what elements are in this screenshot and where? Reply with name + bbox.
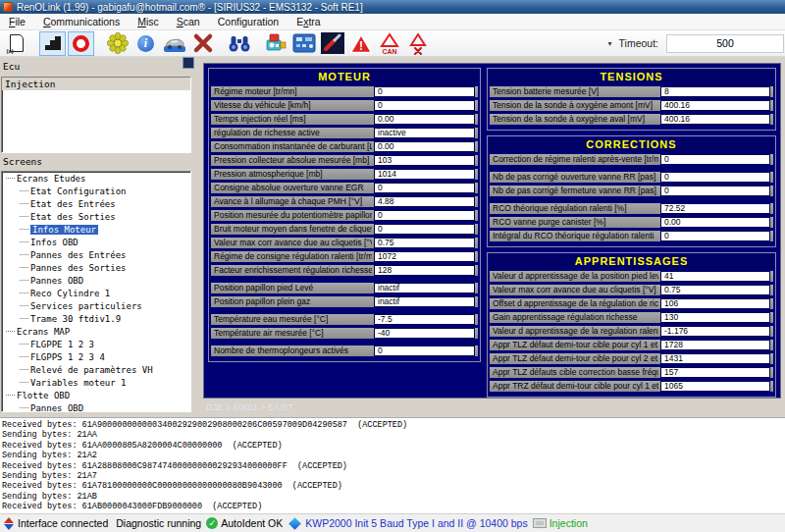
log-line: Received bytes: 61A28808000C987474000000… (2, 461, 785, 471)
parameters-column-right: TENSIONSTension batterie mesurée [V]8Ten… (487, 68, 776, 398)
log-line: Received bytes: 61AA0000805A8200004C0000… (2, 441, 785, 451)
param-value: 0 (660, 154, 770, 165)
new-file-button[interactable]: (a) (3, 31, 29, 56)
panel-toggle-icon[interactable] (183, 57, 194, 69)
param-label: Appr TRZ défaut demi-tour cible pour cyl… (490, 381, 658, 392)
info-icon (137, 35, 154, 52)
menu-misc[interactable]: Misc (137, 14, 159, 29)
tree-guide (20, 293, 28, 293)
param-value: 0 (660, 186, 770, 196)
timeout-input[interactable] (666, 34, 784, 53)
warning-button[interactable]: ! (347, 31, 374, 56)
menu-configuration[interactable]: Configuration (218, 14, 279, 29)
param-value: 4.88 (374, 196, 475, 207)
tree-item[interactable]: Pannes OBD (2, 274, 190, 287)
tree-guide (20, 369, 28, 370)
menu-communications[interactable]: Communications (43, 14, 120, 29)
log-line: Sending bytes: 21A7 (2, 471, 785, 481)
tree-item-label: Ecrans Etudes (17, 174, 85, 184)
left-panel: Ecu Injection Screens Ecrans EtudesEtat … (0, 57, 196, 417)
toolbar: (a) (0, 30, 785, 57)
tree-item[interactable]: Pannes OBD (2, 401, 190, 412)
param-row: Température eau mesurée [°C]-7.5 (211, 314, 478, 325)
screens-header: Screens (0, 156, 42, 169)
tree-item-label: FLGPPS 1 2 3 4 (30, 352, 105, 362)
param-row: Pression collecteur absolue mesurée [mb]… (211, 155, 478, 166)
connect-button[interactable] (39, 31, 66, 56)
param-value: 130 (660, 312, 770, 323)
stop-button[interactable] (68, 31, 94, 56)
param-row: Tension de la sonde à oxygène aval [mV]4… (490, 114, 773, 125)
disconnect-button[interactable] (189, 31, 216, 56)
param-value: 400.16 (660, 100, 770, 111)
tree-item[interactable]: Etat Configuration (2, 185, 190, 197)
param-row: Bruit moteur moyen dans fenetre de cliqu… (211, 224, 478, 235)
screens-tree[interactable]: Ecrans EtudesEtat ConfigurationEtat des … (1, 171, 191, 412)
tree-item[interactable]: Infos OBD (2, 236, 190, 248)
window-title: RenOLink (1.99) - gabigafu@hotmail.com® … (17, 2, 363, 13)
param-row: Consigne absolue ouverture vanne EGR0 (211, 183, 478, 193)
param-value: 0.75 (660, 285, 770, 295)
tools-button[interactable] (319, 31, 345, 56)
param-label: Appr TLZ défauts cible correction basse … (490, 367, 658, 378)
tree-item[interactable]: Pannes des Entrées (2, 248, 190, 261)
title-bar[interactable]: RenOLink (1.99) - gabigafu@hotmail.com® … (0, 0, 785, 14)
tree-item[interactable]: Ecrans Etudes (2, 172, 190, 185)
control-panel-button[interactable] (290, 31, 317, 56)
ecu-list[interactable]: Injection (1, 77, 191, 153)
param-label: Valeur d apprentissage de la position pi… (490, 271, 658, 282)
tree-item[interactable]: FLGPPE 1 2 3 (2, 338, 190, 350)
menu-extra[interactable]: Extra (296, 14, 321, 29)
tree-item[interactable]: Flotte OBD (2, 389, 190, 401)
param-row: Valeur d apprentissage de la regulation … (490, 326, 773, 337)
tree-item[interactable]: FLGPPS 1 2 3 4 (2, 350, 190, 363)
tree-item[interactable]: Services particuliers (2, 299, 190, 312)
can-warning-button[interactable]: CAN (376, 31, 402, 56)
tree-item[interactable]: Ecrans MAP (2, 325, 190, 338)
param-value: 0 (660, 231, 770, 241)
search-button[interactable] (226, 31, 252, 56)
parameters-panel: MOTEURRégime moteur [tr/mn]0Vitesse du v… (196, 57, 785, 417)
param-row: Gain apprentissage régulation richesse13… (490, 312, 773, 323)
tree-item[interactable]: Etat des Entrées (2, 197, 190, 210)
param-row: Appr TLZ défaut demi-tour cible pour cyl… (490, 340, 773, 350)
param-label: Valeur max corr avance due au cliquetis … (490, 285, 658, 295)
param-value: 0.75 (374, 238, 475, 248)
comm-log[interactable]: Received bytes: 61A900000000000340029290… (0, 417, 785, 513)
tree-item[interactable]: Variables moteur 1 (2, 376, 190, 389)
ecu-item[interactable]: Injection (2, 78, 190, 90)
tree-item[interactable]: Trame 30 ftdiv1.9 (2, 312, 190, 325)
tree-item[interactable]: Etat des Sorties (2, 210, 190, 223)
menu-file[interactable]: File (9, 14, 26, 29)
param-label: Avance à l allumage à chaque PMH [°V] (211, 196, 372, 207)
panel-footer: D3E > 60601 > EA/ST (206, 402, 293, 412)
tree-item[interactable]: Reco Cylindre 1 (2, 287, 190, 299)
engine-button[interactable] (262, 31, 288, 56)
param-label: Tension de la sonde à oxygène aval [mV] (490, 114, 658, 125)
param-value: 128 (374, 265, 475, 276)
param-value: 0.00 (374, 114, 475, 125)
menu-scan[interactable]: Scan (177, 14, 200, 29)
vehicle-button[interactable] (161, 31, 187, 56)
param-row: Position mesurée du potentiomètre papill… (211, 210, 478, 221)
tree-item-label: FLGPPE 1 2 3 (30, 340, 94, 349)
tree-guide (20, 318, 28, 319)
param-label: RCO vanne purge canister [%] (490, 217, 658, 228)
status-diagnostic-label: Diagnostic running (116, 517, 201, 529)
tree-guide (20, 216, 28, 217)
tree-item[interactable]: Relevé de paramètres VH (2, 363, 190, 376)
clear-faults-button[interactable] (404, 31, 431, 56)
param-label: Appr TLZ défaut demi-tour cible pour cyl… (490, 353, 658, 364)
can-warning-icon: CAN (378, 32, 401, 55)
timeout-dropdown-icon[interactable]: ▾ (608, 39, 612, 48)
param-label: RCO théorique régulation ralenti [%] (490, 203, 658, 214)
info-button[interactable] (132, 31, 159, 56)
param-label: Valeur d apprentissage de la regulation … (490, 326, 658, 337)
tree-item[interactable]: Pannes des Sorties (2, 261, 190, 274)
section-apprentissages: APPRENTISSAGESValeur d apprentissage de … (487, 252, 776, 398)
log-line: Received bytes: 61A78100000000C000000000… (2, 481, 785, 491)
settings-button[interactable] (104, 31, 131, 56)
param-label: Nombre de thermoplongeurs activés (211, 346, 372, 356)
section-moteur: MOTEURRégime moteur [tr/mn]0Vitesse du v… (208, 68, 481, 362)
tree-item[interactable]: Infos Moteur (2, 223, 190, 236)
